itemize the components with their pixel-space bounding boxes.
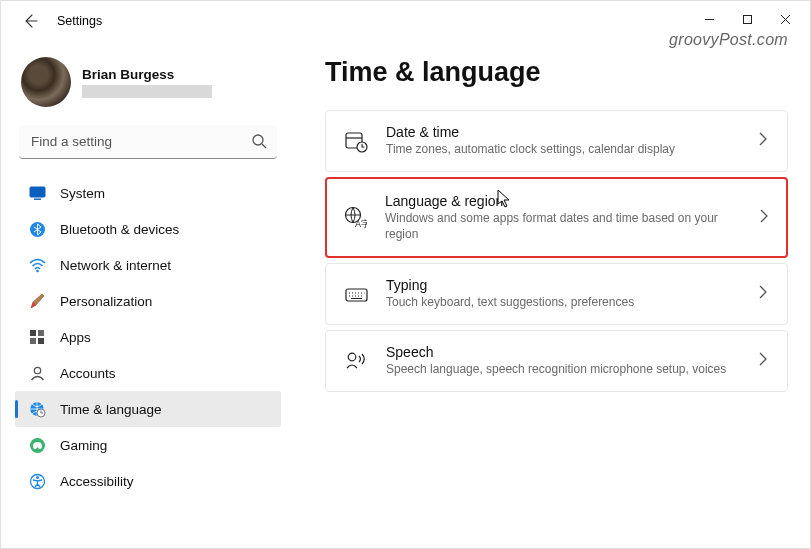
globe-clock-icon	[29, 401, 46, 418]
nav-label: Personalization	[60, 294, 152, 309]
card-subtitle: Touch keyboard, text suggestions, prefer…	[386, 295, 741, 311]
card-date-time[interactable]: Date & time Time zones, automatic clock …	[325, 110, 788, 172]
chevron-right-icon	[759, 285, 771, 303]
card-typing[interactable]: Typing Touch keyboard, text suggestions,…	[325, 263, 788, 325]
watermark: groovyPost.com	[669, 31, 788, 49]
nav-label: Bluetooth & devices	[60, 222, 179, 237]
wifi-icon	[29, 257, 46, 274]
nav-label: Apps	[60, 330, 91, 345]
chevron-right-icon	[759, 132, 771, 150]
accessibility-icon	[29, 473, 46, 490]
maximize-button[interactable]	[728, 5, 766, 33]
profile-email-redacted	[82, 85, 212, 98]
globe-text-icon: A字	[343, 206, 367, 230]
card-title: Language & region	[385, 193, 742, 209]
card-speech[interactable]: Speech Speech language, speech recogniti…	[325, 330, 788, 392]
card-title: Date & time	[386, 124, 741, 140]
sidebar-item-personalization[interactable]: Personalization	[15, 283, 281, 319]
svg-point-22	[348, 353, 356, 361]
card-language-region[interactable]: A字 Language & region Windows and some ap…	[325, 177, 788, 258]
close-button[interactable]	[766, 5, 804, 33]
svg-rect-7	[30, 330, 36, 336]
bluetooth-icon	[29, 221, 46, 238]
card-subtitle: Windows and some apps format dates and t…	[385, 211, 742, 242]
card-title: Speech	[386, 344, 741, 360]
nav-list: System Bluetooth & devices Network & int…	[15, 175, 281, 499]
card-title: Typing	[386, 277, 741, 293]
svg-point-1	[253, 135, 263, 145]
main-panel: Time & language Date & time Time zones, …	[289, 41, 810, 548]
svg-rect-4	[34, 198, 41, 199]
sidebar-item-gaming[interactable]: Gaming	[15, 427, 281, 463]
nav-label: Gaming	[60, 438, 107, 453]
chevron-right-icon	[760, 209, 772, 227]
gaming-icon	[29, 437, 46, 454]
search-icon	[251, 133, 267, 149]
sidebar-item-network[interactable]: Network & internet	[15, 247, 281, 283]
calendar-clock-icon	[344, 129, 368, 153]
nav-label: System	[60, 186, 105, 201]
paintbrush-icon	[29, 293, 46, 310]
nav-label: Accessibility	[60, 474, 134, 489]
nav-label: Network & internet	[60, 258, 171, 273]
svg-rect-8	[38, 330, 44, 336]
sidebar-item-time-language[interactable]: Time & language	[15, 391, 281, 427]
card-subtitle: Speech language, speech recognition micr…	[386, 362, 741, 378]
nav-label: Accounts	[60, 366, 116, 381]
svg-point-11	[34, 367, 40, 373]
system-icon	[29, 185, 46, 202]
avatar	[21, 57, 71, 107]
page-title: Time & language	[325, 57, 788, 88]
sidebar-item-accounts[interactable]: Accounts	[15, 355, 281, 391]
nav-label: Time & language	[60, 402, 162, 417]
person-icon	[29, 365, 46, 382]
svg-rect-10	[38, 338, 44, 344]
back-button[interactable]	[15, 5, 47, 37]
profile-name: Brian Burgess	[82, 67, 212, 82]
sidebar-item-accessibility[interactable]: Accessibility	[15, 463, 281, 499]
sidebar-item-bluetooth[interactable]: Bluetooth & devices	[15, 211, 281, 247]
card-subtitle: Time zones, automatic clock settings, ca…	[386, 142, 741, 158]
svg-text:A字: A字	[355, 219, 367, 229]
window-title: Settings	[57, 14, 102, 28]
svg-rect-21	[346, 289, 367, 301]
chevron-right-icon	[759, 352, 771, 370]
sidebar-item-apps[interactable]: Apps	[15, 319, 281, 355]
minimize-button[interactable]	[690, 5, 728, 33]
svg-point-16	[36, 476, 39, 479]
svg-rect-2	[30, 187, 45, 197]
keyboard-icon	[344, 282, 368, 306]
sidebar: Brian Burgess System Bluetooth & devi	[1, 41, 289, 548]
svg-point-6	[36, 269, 39, 272]
sidebar-item-system[interactable]: System	[15, 175, 281, 211]
svg-rect-9	[30, 338, 36, 344]
speech-icon	[344, 349, 368, 373]
search-input[interactable]	[19, 125, 277, 159]
svg-rect-0	[743, 15, 751, 23]
search-wrap	[19, 125, 277, 159]
profile-section[interactable]: Brian Burgess	[15, 49, 281, 125]
apps-icon	[29, 329, 46, 346]
